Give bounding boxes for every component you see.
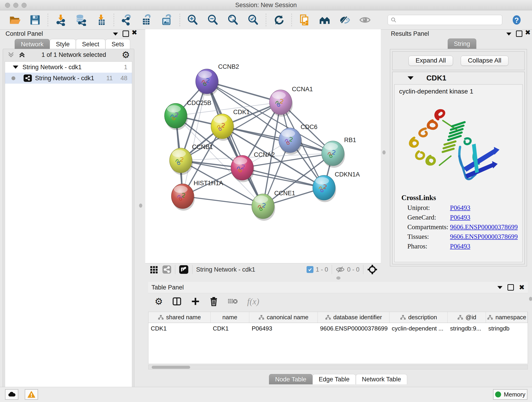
save-session-icon[interactable] — [29, 14, 41, 26]
tab-node-table[interactable]: Node Table — [269, 374, 312, 384]
bottom-splitter-handle[interactable] — [336, 276, 341, 280]
network-node-RB1[interactable]: RB1 — [322, 137, 356, 168]
center-view-icon[interactable] — [367, 264, 378, 275]
first-neighbors-icon[interactable] — [318, 14, 331, 26]
gene-expander-icon[interactable] — [408, 76, 413, 80]
expand-all-button[interactable]: Expand All — [409, 56, 453, 66]
network-node-CDC6[interactable]: CDC6 — [279, 123, 317, 155]
table-cell[interactable]: stringdb — [486, 323, 528, 334]
table-cell[interactable]: CDK1 — [148, 323, 210, 334]
hide-selected-icon[interactable] — [339, 14, 351, 26]
zoom-in-icon[interactable] — [186, 14, 199, 26]
search-input[interactable] — [399, 16, 499, 24]
column-header-namespace[interactable]: namespace — [486, 312, 528, 323]
network-edge[interactable] — [183, 81, 207, 196]
table-cell[interactable]: stringdb:9... — [448, 323, 486, 334]
show-all-icon[interactable] — [359, 14, 371, 26]
crosslink-link[interactable]: 9606.ENSP00000378699 — [450, 233, 518, 240]
column-header-shared-name[interactable]: shared name — [148, 312, 210, 323]
open-session-icon[interactable] — [9, 14, 21, 26]
results-panel-collapse-icon[interactable] — [506, 32, 511, 36]
network-node-CCNB2[interactable]: CCNB2 — [196, 63, 239, 96]
network-row[interactable]: String Network - cdk1 11 48 — [5, 73, 132, 84]
collapse-all-icon[interactable] — [7, 51, 15, 59]
left-splitter-handle[interactable] — [139, 204, 142, 208]
table-row[interactable]: CDK1CDK1P064939606.ENSP00000378699cyclin… — [148, 323, 528, 334]
crosslink-link[interactable]: P06493 — [450, 204, 470, 211]
help-icon[interactable]: ? — [510, 14, 523, 26]
warning-button[interactable] — [25, 389, 38, 400]
table-panel-close-icon[interactable]: ✖ — [519, 285, 525, 290]
refresh-icon[interactable] — [273, 14, 285, 26]
network-options-gear-icon[interactable]: ⚙ — [122, 50, 130, 59]
table-panel-collapse-icon[interactable] — [497, 286, 502, 289]
function-builder-icon[interactable]: f(x) — [247, 296, 259, 306]
tab-style[interactable]: Style — [50, 39, 76, 49]
tab-select[interactable]: Select — [76, 39, 105, 49]
collection-expander-icon[interactable] — [13, 65, 18, 69]
network-node-CDKN1A[interactable]: CDKN1A — [313, 171, 360, 202]
node-label: CCNA1 — [292, 86, 313, 93]
column-header-name[interactable]: name — [210, 312, 249, 323]
table-horizontal-scrollbar[interactable] — [148, 365, 528, 370]
hidden-eye-icon[interactable] — [336, 266, 345, 273]
node-label: RB1 — [344, 137, 356, 143]
tab-network-table[interactable]: Network Table — [356, 374, 407, 384]
expand-all-icon[interactable] — [18, 51, 26, 59]
duplicate-network-icon[interactable] — [298, 14, 311, 26]
network-node-CCNE1[interactable]: CCNE1 — [252, 190, 295, 221]
selected-nodes-checkbox[interactable] — [307, 266, 313, 273]
table-cell[interactable]: 9606.ENSP00000378699 — [318, 323, 389, 334]
cloud-button[interactable] — [5, 389, 18, 400]
tab-edge-table[interactable]: Edge Table — [312, 374, 356, 384]
selected-node-edge-count: 1 - 0 — [316, 266, 328, 273]
memory-button[interactable]: Memory — [493, 389, 527, 400]
tab-string[interactable]: String — [448, 38, 476, 49]
delete-column-icon[interactable] — [209, 297, 218, 306]
zoom-out-icon[interactable] — [207, 14, 219, 26]
network-edge[interactable] — [207, 81, 263, 206]
detach-view-icon[interactable] — [179, 265, 189, 274]
control-panel-collapse-icon[interactable] — [113, 32, 118, 36]
table-cell[interactable]: CDK1 — [210, 323, 249, 334]
network-collection-row[interactable]: String Network - cdk1 1 — [5, 62, 132, 73]
delete-table-icon[interactable] — [228, 297, 238, 306]
scrollbar-thumb[interactable] — [152, 366, 190, 369]
tab-sets[interactable]: Sets — [105, 39, 130, 49]
table-options-gear-icon[interactable]: ⚙ — [155, 297, 163, 306]
zoom-selected-icon[interactable] — [247, 14, 259, 26]
network-node-HIST1H1A[interactable]: HIST1H1A — [171, 180, 223, 211]
show-columns-icon[interactable] — [172, 297, 182, 306]
results-panel-float-icon[interactable] — [516, 31, 522, 37]
birds-eye-grid-icon[interactable] — [150, 265, 158, 274]
table-cell[interactable]: P06493 — [249, 323, 318, 334]
create-column-icon[interactable] — [191, 297, 200, 306]
right-splitter-handle[interactable] — [382, 150, 386, 154]
tab-network[interactable]: Network — [15, 39, 50, 49]
table-cell[interactable]: cyclin-dependent ... — [389, 323, 448, 334]
zoom-fit-icon[interactable] — [227, 14, 239, 26]
crosslink-link[interactable]: 9606.ENSP00000378699 — [450, 223, 518, 231]
column-header-canonical-name[interactable]: canonical name — [249, 312, 318, 323]
crosslink-link[interactable]: P06493 — [450, 214, 470, 221]
export-table-icon[interactable] — [141, 14, 153, 26]
export-network-icon[interactable] — [120, 14, 133, 26]
import-network-from-database-icon[interactable] — [75, 14, 87, 26]
column-header--id[interactable]: @id — [448, 312, 486, 323]
column-header-database-identifier[interactable]: database identifier — [318, 312, 389, 323]
network-canvas[interactable]: CCNB2CCNA1CDC25BCDK1CDC6RB1CCNB1CCNA2CDK… — [145, 29, 381, 263]
collapse-all-button[interactable]: Collapse All — [461, 56, 508, 66]
import-network-icon[interactable] — [55, 14, 67, 26]
control-panel-close-icon[interactable]: ✖ — [132, 30, 137, 35]
control-panel-float-icon[interactable] — [123, 31, 129, 37]
crosslink-link[interactable]: P06493 — [450, 242, 470, 250]
memory-status-dot — [495, 391, 501, 397]
export-image-icon[interactable] — [161, 14, 173, 26]
column-header-description[interactable]: description — [389, 312, 448, 323]
import-table-icon[interactable] — [95, 14, 107, 26]
results-panel-close-icon[interactable]: ✖ — [525, 30, 531, 35]
network-node-CDK1[interactable]: CDK1 — [211, 109, 250, 141]
table-panel: Table Panel ✖ ⚙ f(x) shared namenamecano… — [148, 282, 528, 385]
table-panel-float-icon[interactable] — [507, 284, 514, 291]
network-overview-share-icon[interactable] — [162, 265, 171, 274]
